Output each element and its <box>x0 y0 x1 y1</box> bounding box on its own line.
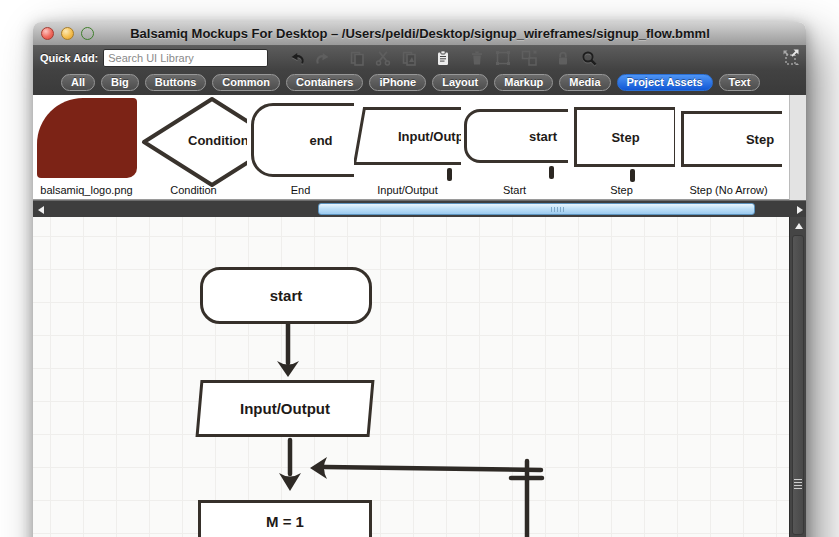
duplicate-button[interactable] <box>396 47 422 69</box>
library-item-label: Step <box>568 184 675 196</box>
fullscreen-button[interactable] <box>778 46 804 70</box>
search-input[interactable] <box>103 49 268 67</box>
library-item-balsamiq-logo[interactable]: balsamiq_logo.png <box>33 95 140 200</box>
library-item-label: Start <box>461 184 568 196</box>
scroll-grip-icon <box>794 479 802 489</box>
thumbnail-text: Input/Output <box>398 129 461 144</box>
vertical-scroll-thumb[interactable] <box>792 235 804 535</box>
thumbnail-text: start <box>529 129 557 144</box>
undo-icon <box>289 50 305 66</box>
node-label: start <box>270 287 303 304</box>
clipboard-icon <box>435 50 451 66</box>
library-item-condition[interactable]: Condition Condition <box>140 95 247 200</box>
app-window: Balsamiq Mockups For Desktop – /Users/pe… <box>33 22 806 537</box>
copy-icon <box>349 50 365 66</box>
flow-node-input-output[interactable]: Input/Output <box>196 380 375 437</box>
library-item-label: balsamiq_logo.png <box>33 184 140 196</box>
window-title: Balsamiq Mockups For Desktop – /Users/pe… <box>94 26 746 41</box>
tab-big[interactable]: Big <box>101 74 139 91</box>
library-item-start[interactable]: start Start <box>461 95 568 200</box>
quick-add-label: Quick Add: <box>40 52 98 64</box>
title-bar[interactable]: Balsamiq Mockups For Desktop – /Users/pe… <box>33 22 806 46</box>
library-item-input-output[interactable]: Input/Output Input/Output <box>354 95 461 200</box>
scroll-grip-icon <box>551 207 564 212</box>
paste-button[interactable] <box>430 47 456 69</box>
library-item-label: Condition <box>140 184 247 196</box>
library-horizontal-scrollbar[interactable] <box>33 200 806 217</box>
window-controls <box>41 27 94 40</box>
lock-button[interactable] <box>550 47 576 69</box>
magnifier-icon <box>581 50 597 66</box>
ui-library-strip: balsamiq_logo.png Condition Condition en… <box>33 95 789 200</box>
cut-button[interactable] <box>370 47 396 69</box>
scroll-right-arrow-icon[interactable] <box>797 206 803 214</box>
duplicate-icon <box>401 50 417 66</box>
tab-layout[interactable]: Layout <box>432 74 488 91</box>
tab-text[interactable]: Text <box>719 74 761 91</box>
flow-node-start[interactable]: start <box>200 267 372 324</box>
node-label: M = 1 <box>266 511 304 532</box>
library-item-label: Step (No Arrow) <box>675 184 782 196</box>
ungroup-button[interactable] <box>516 47 542 69</box>
tab-project-assets[interactable]: Project Assets <box>617 74 713 91</box>
scroll-up-arrow-icon[interactable] <box>795 223 803 229</box>
lock-icon <box>555 50 571 66</box>
ungroup-icon <box>521 50 537 66</box>
thumbnail-text: Step <box>746 132 774 147</box>
group-icon <box>495 50 511 66</box>
library-item-label: Input/Output <box>354 184 461 196</box>
minimize-window-button[interactable] <box>61 27 74 40</box>
tab-containers[interactable]: Containers <box>286 74 363 91</box>
arrow-stub <box>630 169 635 182</box>
redo-button[interactable] <box>310 47 336 69</box>
flow-connectors <box>33 217 789 537</box>
horizontal-scroll-thumb[interactable] <box>318 203 755 215</box>
undo-button[interactable] <box>284 47 310 69</box>
thumbnail-text: end <box>309 133 332 148</box>
toolbar-buttons <box>284 47 602 69</box>
delete-button[interactable] <box>464 47 490 69</box>
scroll-left-arrow-icon[interactable] <box>38 206 44 214</box>
tab-all[interactable]: All <box>61 74 95 91</box>
fullscreen-icon <box>780 47 802 69</box>
canvas-vertical-scrollbar[interactable] <box>789 217 806 537</box>
copy-button[interactable] <box>344 47 370 69</box>
arrow-stub <box>447 168 452 181</box>
group-button[interactable] <box>490 47 516 69</box>
scissors-icon <box>375 50 391 66</box>
tab-buttons[interactable]: Buttons <box>145 74 207 91</box>
node-label: Input/Output <box>240 400 330 417</box>
tab-media[interactable]: Media <box>559 74 610 91</box>
balsamiq-logo-thumbnail <box>37 98 137 178</box>
library-right-gutter <box>789 95 806 200</box>
thumbnail-text: Condition <box>188 133 247 148</box>
trash-icon <box>469 50 485 66</box>
library-tab-bar: All Big Buttons Common Containers iPhone… <box>33 70 806 95</box>
close-window-button[interactable] <box>41 27 54 40</box>
redo-icon <box>315 50 331 66</box>
tab-iphone[interactable]: iPhone <box>369 74 426 91</box>
library-item-end[interactable]: end End <box>247 95 354 200</box>
thumbnail-text: Step <box>611 130 639 145</box>
zoom-window-button[interactable] <box>81 27 94 40</box>
flow-node-m-equals-1[interactable]: M = 1 F = 1 <box>198 500 372 537</box>
zoom-tool-button[interactable] <box>576 47 602 69</box>
main-toolbar: Quick Add: <box>33 46 806 70</box>
tab-markup[interactable]: Markup <box>494 74 553 91</box>
library-item-step[interactable]: Step Step <box>568 95 675 200</box>
arrow-stub <box>549 166 554 179</box>
tab-common[interactable]: Common <box>212 74 280 91</box>
library-item-label: End <box>247 184 354 196</box>
mockup-canvas[interactable]: start Input/Output M = 1 F = 1 <box>33 217 789 537</box>
library-item-step-no-arrow[interactable]: Step Step (No Arrow) <box>675 95 782 200</box>
node-label: F = 1 <box>268 532 303 537</box>
